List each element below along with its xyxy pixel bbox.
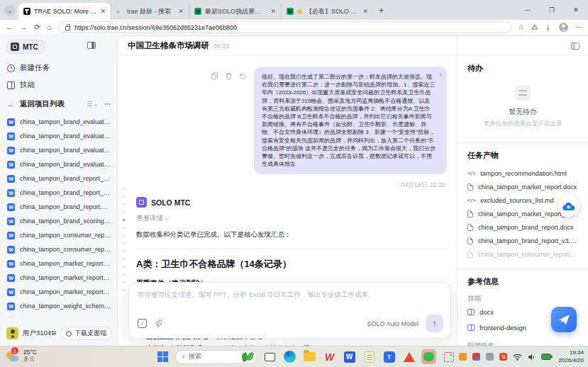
trae-taskbar-icon[interactable]: T bbox=[382, 349, 396, 364]
trae-favicon bbox=[23, 8, 30, 15]
back-icon[interactable]: ← bbox=[6, 23, 13, 31]
back-arrow-icon[interactable]: ← bbox=[7, 100, 15, 108]
tray-app-icon[interactable] bbox=[472, 353, 480, 361]
tray-app-icon[interactable] bbox=[459, 353, 467, 361]
copy-icon[interactable] bbox=[211, 72, 218, 80]
model-selector[interactable]: SOLO Auto Model bbox=[367, 320, 418, 327]
file-row[interactable]: china_tampon_brand_report_v3.docx bbox=[4, 171, 114, 186]
sidebar-item-new-task[interactable]: 新建任务 bbox=[7, 63, 50, 73]
tab-close-icon[interactable]: ✕ bbox=[178, 8, 184, 15]
file-row[interactable]: china_tampon_consumer_report.docx bbox=[4, 242, 114, 256]
retry-icon[interactable] bbox=[239, 72, 247, 80]
file-row[interactable]: china_tampon_brand_evaluation_fin... bbox=[4, 115, 114, 129]
file-row[interactable]: china_tampon_market_report_v2.docx bbox=[4, 256, 114, 271]
file-row[interactable]: china_tampon_weight_scheme.docx bbox=[4, 299, 114, 313]
tab-search-button[interactable]: ⌄ bbox=[4, 5, 16, 16]
file-row[interactable]: china_tampon_consumer_report_v2.... bbox=[4, 228, 114, 242]
sidebar-collapse-icon[interactable] bbox=[87, 42, 96, 49]
workspace-chip[interactable]: MTC bbox=[6, 40, 45, 54]
file-name: china_tampon_brand_report_v4.docx bbox=[20, 189, 111, 196]
file-row[interactable]: china_tampon_brand_evaluation.docx bbox=[4, 157, 114, 171]
chat-outline-dots[interactable] bbox=[121, 188, 126, 291]
taskbar-search[interactable]: ⌕ 搜索 bbox=[175, 350, 257, 364]
restore-button[interactable]: ❐ bbox=[540, 0, 564, 20]
back-to-projects[interactable]: ← 返回项目列表 ☰⌄ ⋯ bbox=[7, 99, 111, 109]
home-icon[interactable]: ⌂ bbox=[47, 23, 52, 31]
volume-icon[interactable] bbox=[528, 354, 536, 361]
search-highlight-image[interactable] bbox=[241, 351, 254, 363]
delete-icon[interactable] bbox=[225, 72, 233, 80]
task-view-button[interactable] bbox=[262, 349, 277, 364]
file-row[interactable]: china_tampon_brand_report.docx bbox=[4, 200, 114, 214]
file-row[interactable]: china_tampon_brand_report_v4.docx bbox=[4, 186, 114, 200]
battery-icon[interactable] bbox=[541, 354, 553, 360]
taskbar-clock[interactable]: 19:34 2026/4/20 bbox=[558, 349, 584, 364]
close-button[interactable]: ✕ bbox=[564, 0, 588, 20]
browser-tab[interactable]: 最新SOLO挑战赛专区话题 - TRAE ✕ bbox=[189, 3, 281, 20]
tab-close-icon[interactable]: ✕ bbox=[362, 8, 368, 15]
lock-icon[interactable] bbox=[65, 26, 70, 30]
panel-collapse-icon[interactable] bbox=[571, 43, 579, 50]
artifact-row[interactable]: china_tampon_brand_report_v3.docx bbox=[467, 234, 578, 247]
collapse-message-icon[interactable]: ⇳ bbox=[438, 71, 443, 79]
word-icon[interactable]: W bbox=[342, 349, 357, 364]
file-row[interactable]: china_tampon_brand_evaluation_fin... bbox=[4, 129, 114, 143]
browser-profile-avatar[interactable] bbox=[559, 23, 568, 32]
artifact-row[interactable]: china_tampon_consumer_report.docx bbox=[467, 247, 578, 260]
tray-app-icon[interactable] bbox=[486, 353, 494, 361]
address-bar[interactable]: https://solo.trae.cn/session/69e35062d95… bbox=[58, 21, 511, 33]
browser-menu-icon[interactable]: ⋯ bbox=[575, 23, 582, 31]
file-row[interactable]: china_tampon_market_report_v3.docx bbox=[4, 271, 114, 285]
user-message-bubble[interactable]: ⇳ 很好。现在我们生成了第二部分的第一步：棉条品牌的大致筛选。现在我们需要进行第… bbox=[254, 67, 447, 174]
slash-command-icon[interactable]: / bbox=[138, 319, 147, 328]
wifi-icon[interactable] bbox=[513, 354, 522, 361]
bookmark-star-icon[interactable]: ☆ bbox=[518, 23, 524, 31]
downloads-icon[interactable]: ⭳ bbox=[545, 23, 552, 31]
sort-icon[interactable]: ☰⌄ bbox=[87, 101, 99, 108]
user-avatar[interactable] bbox=[6, 327, 18, 339]
start-button[interactable] bbox=[155, 349, 170, 364]
file-type-icon bbox=[7, 218, 15, 225]
clock-time: 19:34 bbox=[570, 349, 584, 356]
attach-icon[interactable] bbox=[154, 320, 162, 328]
netdisk-float-icon[interactable] bbox=[558, 196, 579, 217]
wps-icon[interactable]: W bbox=[322, 349, 337, 364]
notepad-icon[interactable] bbox=[362, 349, 377, 364]
artifact-row[interactable]: </> tampon_recommendation.html bbox=[467, 166, 578, 180]
artifact-row[interactable]: china_tampon_market_report.docx bbox=[467, 180, 578, 193]
chat-input-card[interactable]: 帮你整理论文综述、编写 PPT、分析 Excel 等日常工作，输出专业级工作成果… bbox=[128, 282, 451, 339]
tab-close-icon[interactable]: ✕ bbox=[270, 8, 276, 15]
file-row[interactable]: china_tampon_brand_scoring.docx bbox=[4, 214, 114, 228]
tab-close-icon[interactable]: ✕ bbox=[100, 8, 106, 15]
file-explorer-icon[interactable] bbox=[302, 349, 317, 364]
more-icon[interactable]: ⋯ bbox=[104, 101, 111, 108]
browser-tab-active[interactable]: TRAE SOLO: More Than Coding ✕ bbox=[18, 3, 111, 20]
collections-icon[interactable]: ♴ bbox=[531, 23, 538, 31]
tray-expand-icon[interactable]: ⌃ bbox=[449, 354, 454, 360]
file-row[interactable]: china_tampon_brand_evaluation_v2.... bbox=[4, 143, 114, 157]
view-details-link[interactable]: 查看详情 › bbox=[136, 214, 447, 223]
edge-taskbar-icon[interactable] bbox=[282, 349, 297, 364]
file-row[interactable]: edu_anatomy_final.jpg bbox=[4, 313, 114, 317]
artifact-row[interactable]: china_tampon_brand_report.docx bbox=[467, 220, 578, 234]
launcher-icon[interactable] bbox=[401, 349, 416, 364]
wechat-icon[interactable] bbox=[421, 349, 436, 364]
send-button[interactable]: ↑ bbox=[426, 315, 443, 332]
download-desktop-label: 下载桌面端 bbox=[74, 329, 106, 338]
tray-app-icon[interactable]: S bbox=[499, 353, 507, 361]
back-label: 返回项目列表 bbox=[20, 99, 65, 109]
browser-tab[interactable]: 【必看】SOLO 挑战赛主赛道… ✕ bbox=[281, 3, 373, 20]
chat-input-placeholder[interactable]: 帮你整理论文综述、编写 PPT、分析 Excel 等日常工作，输出专业级工作成果… bbox=[138, 290, 442, 300]
artifact-type-icon bbox=[467, 210, 473, 218]
download-desktop-button[interactable]: 下载桌面端 bbox=[60, 327, 112, 340]
new-tab-button[interactable]: + bbox=[379, 6, 384, 16]
taskbar-weather[interactable]: 1 25°C 多云 bbox=[6, 349, 37, 363]
sidebar-item-skills[interactable]: 技能 bbox=[7, 80, 35, 90]
file-row[interactable]: china_tampon_market_report.docx bbox=[4, 285, 114, 299]
forward-icon[interactable]: → bbox=[20, 23, 28, 31]
workspace-icon bbox=[11, 43, 19, 51]
browser-tab[interactable]: ⌕ trae 脉脉 - 搜索 ✕ bbox=[111, 3, 189, 20]
assistant-float-icon[interactable] bbox=[551, 307, 577, 332]
reload-icon[interactable]: ⟳ bbox=[34, 23, 40, 31]
minimize-button[interactable]: — bbox=[516, 0, 540, 20]
